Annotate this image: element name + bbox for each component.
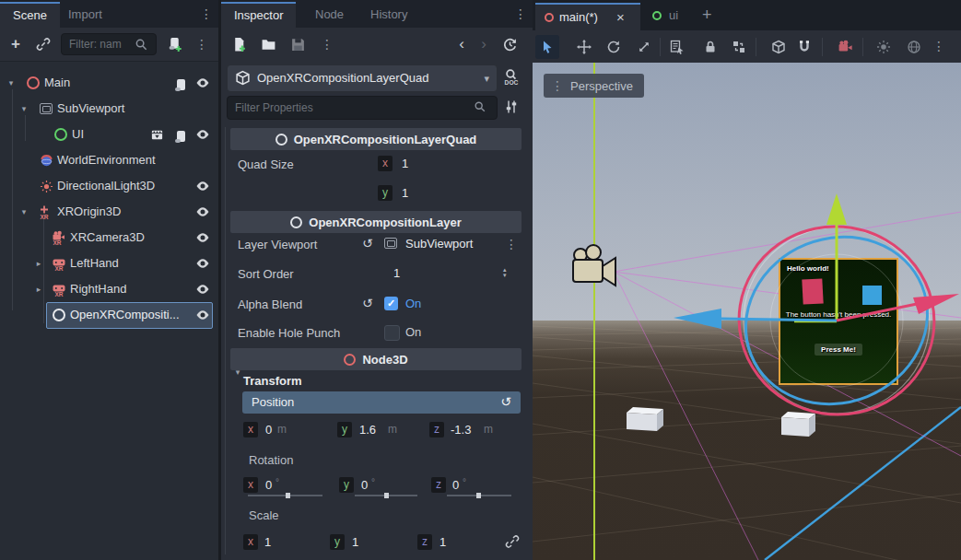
rotate-tool-button[interactable] — [602, 35, 626, 59]
visibility-eye-icon[interactable] — [195, 179, 210, 193]
save-resource-button[interactable] — [287, 34, 308, 54]
tree-row-worldenvironment[interactable]: WorldEnvironment — [0, 147, 218, 173]
resource-options-icon[interactable]: ⋮ — [505, 238, 518, 251]
tab-history[interactable]: History — [357, 2, 420, 28]
group-selected-button[interactable] — [727, 35, 751, 59]
scale-z-value[interactable]: 1 — [439, 534, 446, 550]
chevron-down-icon[interactable]: ▾ — [18, 199, 29, 225]
inspector-toolbar-menu-icon[interactable]: ⋮ — [321, 38, 334, 51]
scene-toolbar-menu-icon[interactable]: ⋮ — [195, 38, 208, 51]
scene-tab-ui[interactable]: ui — [643, 3, 695, 30]
rotation-x-value[interactable]: 0 — [265, 477, 272, 493]
script-icon[interactable] — [173, 129, 188, 144]
chevron-right-icon[interactable]: ▸ — [33, 251, 44, 276]
preview-environ-button[interactable] — [902, 35, 926, 59]
tree-row-lefthand[interactable]: ▸ XR LeftHand — [0, 251, 218, 276]
local-space-button[interactable] — [767, 35, 791, 59]
y-axis-arrow[interactable] — [826, 193, 847, 321]
chevron-right-icon[interactable]: ▸ — [33, 276, 44, 302]
tree-row-directionallight3d[interactable]: DirectionalLight3D — [0, 173, 218, 199]
open-documentation-button[interactable]: DOC — [501, 67, 522, 88]
category-openxrcompositionlayerquad[interactable]: OpenXRCompositionLayerQuad — [230, 128, 522, 150]
link-scale-icon[interactable] — [505, 534, 520, 549]
category-node3d[interactable]: Node3D — [230, 348, 522, 370]
rotation-z-value[interactable]: 0 — [452, 477, 459, 493]
inspector-tabs-menu-icon[interactable]: ⋮ — [514, 7, 527, 20]
z-axis-arrow[interactable] — [674, 309, 837, 329]
doc-search-icon: DOC — [502, 68, 521, 87]
revert-icon[interactable]: ↺ — [362, 296, 373, 311]
list-select-tool-button[interactable] — [665, 35, 689, 59]
scale-x-value[interactable]: 1 — [264, 534, 271, 550]
select-tool-button[interactable] — [535, 35, 559, 59]
preview-sunlight-button[interactable] — [872, 35, 896, 59]
enable-hole-punch-checkbox[interactable] — [384, 325, 400, 341]
visibility-eye-icon[interactable] — [195, 76, 210, 90]
scale-tool-button[interactable] — [632, 35, 656, 59]
script-icon[interactable] — [173, 77, 188, 92]
perspective-menu[interactable]: ⋮ Perspective — [544, 74, 644, 98]
alpha-blend-checkbox[interactable]: ✓ — [384, 297, 398, 310]
lock-selected-button[interactable] — [698, 35, 722, 59]
history-back-button[interactable]: ‹ — [451, 34, 472, 54]
visibility-eye-icon[interactable] — [195, 282, 210, 297]
scene-tabs-menu-icon[interactable]: ⋮ — [200, 7, 213, 20]
history-forward-button[interactable]: › — [474, 34, 494, 54]
load-resource-button[interactable] — [258, 34, 278, 54]
inspector-dock: Inspector Node History ⋮ ⋮ ‹ › OpenXRCom… — [221, 0, 533, 560]
camera-preview-button[interactable] — [833, 35, 857, 59]
editable-children-movie-icon[interactable] — [149, 127, 164, 142]
chevron-down-icon[interactable]: ▾ — [6, 70, 17, 96]
new-resource-button[interactable] — [229, 34, 249, 54]
tree-row-xrorigin3d[interactable]: ▾ XR XROrigin3D — [0, 199, 218, 225]
filter-properties-input[interactable] — [227, 96, 498, 120]
position-x-value[interactable]: 0 — [265, 422, 272, 438]
scale-y-value[interactable]: 1 — [352, 534, 358, 550]
tree-row-openxrcompositionlayerquad[interactable]: OpenXRCompositi... — [0, 302, 218, 328]
spinner-stepper-icon[interactable]: ▴▾ — [503, 267, 507, 278]
position-z-value[interactable]: -1.3 — [451, 422, 471, 438]
category-openxrcompositionlayer[interactable]: OpenXRCompositionLayer — [230, 211, 522, 233]
tree-row-ui[interactable]: UI — [0, 122, 218, 147]
visibility-eye-icon[interactable] — [195, 127, 210, 142]
visibility-eye-icon[interactable] — [195, 230, 210, 245]
chevron-down-icon[interactable]: ▾ — [18, 96, 29, 122]
quad-size-x-value[interactable]: 1 — [402, 156, 408, 171]
visibility-eye-icon[interactable] — [195, 256, 210, 271]
scene-tab-main[interactable]: main(*) × — [535, 3, 640, 30]
sort-order-value[interactable]: 1 — [393, 265, 400, 281]
instantiate-scene-button[interactable] — [33, 34, 53, 54]
visibility-eye-icon[interactable] — [195, 308, 210, 322]
tree-row-righthand[interactable]: ▸ XR RightHand — [0, 276, 218, 302]
x-axis-arrow[interactable] — [837, 294, 959, 321]
attach-script-button[interactable] — [164, 34, 184, 54]
resource-selector[interactable]: OpenXRCompositionLayerQuad ▾ — [227, 64, 498, 92]
viewport-menu-icon[interactable]: ⋮ — [932, 40, 945, 52]
layer-viewport-value[interactable]: SubViewport — [405, 236, 473, 251]
tab-scene[interactable]: Scene — [0, 2, 60, 28]
rotation-y-slider[interactable] — [355, 495, 417, 496]
tree-row-main[interactable]: ▾ Main — [0, 70, 218, 96]
snap-button[interactable] — [792, 35, 816, 59]
rotation-x-slider[interactable] — [248, 495, 322, 496]
rotation-y-value[interactable]: 0 — [361, 477, 368, 493]
rotation-z-slider[interactable] — [447, 495, 511, 496]
add-node-button[interactable]: + — [6, 34, 26, 54]
add-scene-tab-button[interactable]: + — [702, 1, 712, 29]
object-history-button[interactable] — [499, 34, 520, 54]
tab-import[interactable]: Import — [55, 2, 115, 28]
move-tool-button[interactable] — [572, 35, 596, 59]
close-icon[interactable]: × — [616, 5, 625, 30]
property-tools-button[interactable] — [501, 97, 522, 117]
viewport-3d[interactable]: Hello world! The button hasn't been pres… — [533, 63, 961, 560]
quad-size-y-value[interactable]: 1 — [402, 185, 408, 201]
position-header[interactable]: Position ↺ — [242, 391, 521, 414]
visibility-eye-icon[interactable] — [195, 204, 210, 219]
tree-row-xrcamera3d[interactable]: XR XRCamera3D — [0, 225, 218, 251]
tab-inspector[interactable]: Inspector — [221, 2, 296, 28]
revert-icon[interactable]: ↺ — [362, 236, 373, 251]
tree-row-subviewport[interactable]: ▾ SubViewport — [0, 96, 218, 122]
tab-node[interactable]: Node — [302, 2, 357, 28]
position-y-value[interactable]: 1.6 — [359, 422, 376, 438]
revert-icon[interactable]: ↺ — [500, 394, 511, 410]
